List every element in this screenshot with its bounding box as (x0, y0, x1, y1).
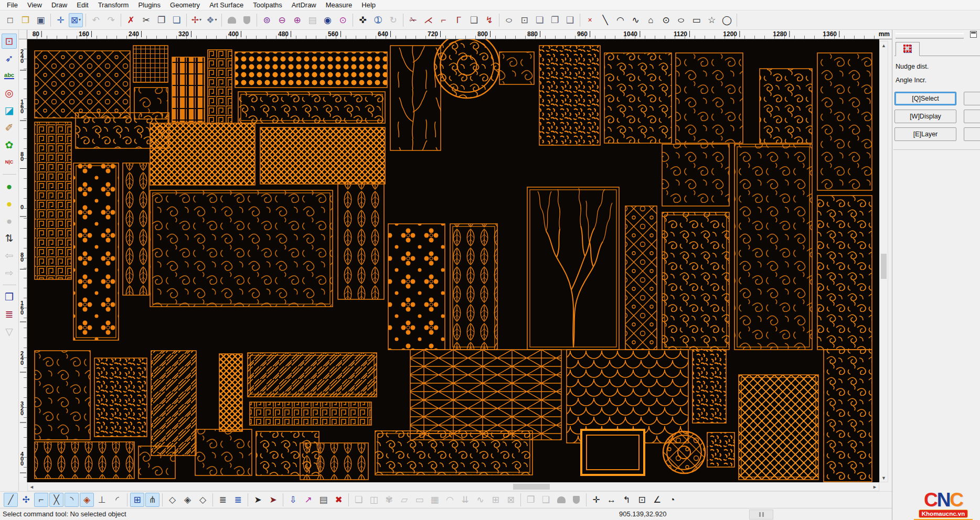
diamond-snap-c-button[interactable]: ◇ (196, 493, 210, 507)
region-tool-button[interactable]: ◪ (2, 103, 17, 118)
menu-edit[interactable]: Edit (72, 1, 93, 9)
axis-snap-button[interactable]: ⋔ (145, 493, 159, 507)
pattern-tile-scroll2[interactable] (824, 350, 872, 482)
medallion-motif[interactable] (434, 39, 499, 98)
pattern-tile-scroll2[interactable] (604, 53, 672, 143)
paste-button[interactable]: ❏ (169, 13, 184, 27)
duplicate-a-button[interactable]: ❏ (532, 13, 547, 27)
menu-art-surface[interactable]: Art Surface (205, 1, 248, 9)
menu-toolpaths[interactable]: Toolpaths (248, 1, 287, 9)
draw-arc-button[interactable]: ◠ (613, 13, 627, 27)
select-box-dropdown-arrow[interactable]: ▾ (79, 18, 81, 22)
move-nodes-button[interactable]: ⇩ (286, 493, 300, 507)
pattern-tile-noise[interactable] (94, 358, 147, 437)
delete-button[interactable]: ✗ (124, 13, 138, 27)
menu-artdraw[interactable]: ArtDraw (287, 1, 321, 9)
relief-shield-button[interactable] (240, 13, 254, 27)
nc-tool-button[interactable]: N|C (2, 155, 17, 170)
panel-button-yalign[interactable]: [Y]Align (964, 127, 980, 141)
nudge-cross-button[interactable]: ✛ (54, 13, 68, 27)
zoom-out-button[interactable]: ⊖ (275, 13, 289, 27)
zoom-window-button[interactable]: ⊚ (260, 13, 274, 27)
draw-line-button[interactable]: ╲ (598, 13, 612, 27)
pattern-tile-scroll2[interactable] (817, 196, 872, 350)
panel-button-elayer[interactable]: [E]Layer (894, 127, 956, 141)
select-box-button[interactable]: ⊠▾ (69, 13, 83, 27)
measure-rect-button[interactable]: ⊡ (635, 493, 649, 507)
text-tool-button[interactable]: abc (2, 68, 17, 83)
pattern-tile-noise[interactable] (539, 46, 600, 145)
scroll-up-arrow[interactable]: ▲ (880, 41, 888, 49)
surface-3d-dropdown-arrow[interactable]: ▾ (215, 18, 217, 22)
open-file-button[interactable]: ❒ (18, 13, 33, 27)
draw-point-button[interactable]: ✕ (583, 13, 597, 27)
join-curves-button[interactable]: ↯ (482, 13, 496, 27)
transform-axes-button[interactable]: ✢▾ (189, 13, 204, 27)
draw-ellipse-button[interactable]: ○ (674, 13, 688, 27)
pattern-tile-scroll2[interactable] (760, 69, 812, 143)
pattern-tile-hatch[interactable] (150, 123, 255, 185)
horizontal-scroll-thumb[interactable] (513, 484, 550, 490)
fillet-button[interactable]: ⌐ (436, 13, 451, 27)
pattern-tile-dots[interactable] (235, 52, 387, 88)
vertical-scrollbar[interactable]: ▲ ▼ (879, 41, 888, 482)
diamond-snap-b-button[interactable]: ◈ (180, 493, 195, 507)
offset-tool-button[interactable]: ◎ (2, 85, 17, 101)
select-tool-button[interactable]: ⊡ (2, 34, 17, 49)
menu-file[interactable]: File (2, 1, 23, 9)
draw-rectangle-button[interactable]: ▭ (689, 13, 704, 27)
snap-perpendicular-button[interactable]: ⊥ (95, 493, 109, 507)
scroll-down-arrow[interactable]: ▼ (880, 474, 888, 482)
pattern-collage[interactable] (27, 39, 879, 482)
pattern-tile-scroll[interactable] (150, 190, 333, 307)
draw-polyline-button[interactable]: ⌂ (644, 13, 658, 27)
offset-rect-button[interactable]: ❑ (467, 13, 481, 27)
horizontal-scrollbar[interactable]: ◄ ► (27, 482, 879, 491)
drawing-canvas[interactable] (27, 39, 879, 482)
tab-selection[interactable] (896, 42, 920, 56)
trim-button[interactable]: ✁ (406, 13, 420, 27)
node-edit-tool-button[interactable]: ➶ (2, 51, 17, 66)
snap-tangent-button[interactable]: ◝ (65, 493, 79, 507)
scroll-left-arrow[interactable]: ◄ (28, 483, 36, 491)
brush-tool-button[interactable]: ✐ (2, 120, 17, 135)
node-list-button[interactable]: ▤ (316, 493, 331, 507)
snap-arc-button[interactable]: ◜ (110, 493, 124, 507)
menu-transform[interactable]: Transform (93, 1, 134, 9)
draw-circle-button[interactable]: ⊙ (659, 13, 673, 27)
pattern-tile-leafcol[interactable] (300, 443, 368, 480)
pattern-tile-leafcol[interactable] (123, 163, 149, 295)
snap-line-button[interactable]: ╱ (4, 493, 18, 507)
pattern-tile-none[interactable] (581, 430, 644, 475)
medallion-motif[interactable] (663, 431, 705, 473)
chamfer-button[interactable]: Γ (452, 13, 466, 27)
pattern-tile-meander[interactable] (35, 122, 71, 279)
concentric-button[interactable]: ⊡ (517, 13, 531, 27)
pattern-tile-leafcol[interactable] (450, 224, 497, 350)
pattern-tile-scroll[interactable] (676, 53, 743, 143)
pattern-tile-leafcol[interactable] (338, 182, 384, 299)
pattern-tile-scroll[interactable] (499, 52, 534, 84)
zoom-selected-button[interactable]: ⊙ (336, 13, 350, 27)
cursor-snap-button[interactable]: ➤ (251, 493, 265, 507)
pattern-tile-weave[interactable] (151, 351, 196, 456)
pattern-tile-scroll2[interactable] (375, 431, 532, 475)
join-nodes-button[interactable]: ↗ (301, 493, 315, 507)
pattern-tile-noise[interactable] (693, 350, 726, 423)
pattern-tile-meander[interactable] (208, 50, 232, 123)
pattern-tile-scroll[interactable] (35, 351, 90, 440)
pattern-tile-weave[interactable] (248, 353, 377, 397)
menu-geometry[interactable]: Geometry (165, 1, 205, 9)
diamond-snap-a-button[interactable]: ◇ (165, 493, 179, 507)
slot-button[interactable]: ○ (502, 13, 516, 27)
zoom-actual-button[interactable]: ➀ (371, 13, 385, 27)
duplicate-b-button[interactable]: ❐ (548, 13, 562, 27)
draw-star-button[interactable]: ☆ (705, 13, 719, 27)
draw-polygon-button[interactable]: ◯ (720, 13, 734, 27)
grid-snap-button[interactable]: ⊞ (130, 493, 144, 507)
snap-intersection-button[interactable]: ✣ (19, 493, 33, 507)
copy-button[interactable]: ❐ (154, 13, 168, 27)
measure-point-button[interactable]: ✛ (589, 493, 603, 507)
pattern-tile-hatch[interactable] (260, 127, 385, 184)
snap-cross-button[interactable]: ╳ (49, 493, 63, 507)
